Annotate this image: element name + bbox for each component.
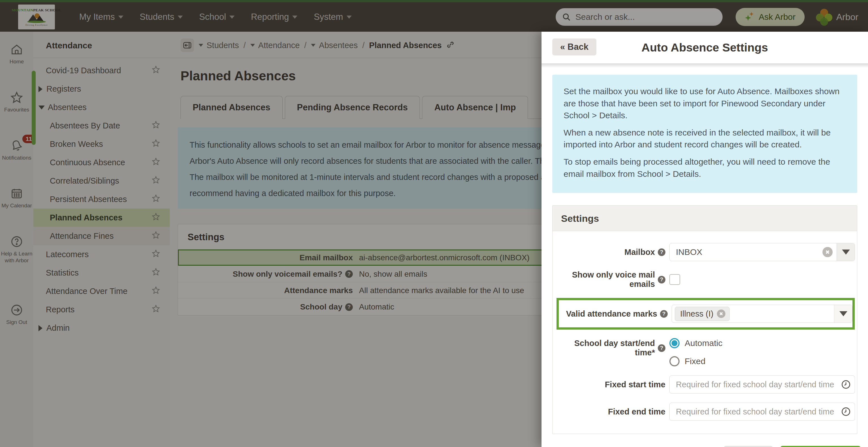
section-title: Settings (553, 206, 857, 231)
panel-info-banner: Set the mailbox you would like to use fo… (552, 75, 857, 193)
voicemail-checkbox[interactable] (670, 274, 680, 285)
info-paragraph: Set the mailbox you would like to use fo… (564, 86, 846, 122)
dropdown-button[interactable] (837, 243, 855, 261)
valid-marks-field-row: Valid attendance marks Illness (I) (559, 305, 852, 323)
panel-actions: Cancel Save Changes (541, 446, 861, 447)
mailbox-field-row: Mailbox INBOX (553, 243, 857, 261)
radio-unselected-icon (670, 356, 680, 366)
school-day-radio-group: Automatic Fixed (670, 338, 722, 366)
info-paragraph: To stop emails being processed altogethe… (564, 156, 846, 180)
radio-automatic[interactable]: Automatic (670, 338, 722, 348)
fixed-start-time-row: Fixed start time (553, 376, 857, 393)
panel-title: Auto Absence Settings (641, 41, 768, 54)
chevron-down-icon (842, 250, 850, 255)
fixed-start-time-input[interactable] (670, 376, 855, 393)
mailbox-select[interactable]: INBOX (670, 243, 855, 261)
clear-icon[interactable] (823, 247, 833, 257)
fixed-end-time-input[interactable] (670, 403, 855, 421)
help-icon[interactable] (658, 276, 665, 284)
chevron-down-icon (839, 311, 847, 316)
back-button[interactable]: « Back (552, 38, 596, 56)
clock-icon[interactable] (841, 407, 851, 418)
auto-absence-settings-panel: « Back Auto Absence Settings Set the mai… (541, 32, 868, 447)
radio-fixed[interactable]: Fixed (670, 356, 722, 366)
fixed-start-time-field (670, 376, 855, 393)
cancel-button[interactable]: Cancel (724, 446, 773, 447)
valid-marks-multiselect[interactable]: Illness (I) (672, 305, 852, 323)
selected-mark-tag[interactable]: Illness (I) (675, 307, 730, 321)
info-paragraph: When a new absence note is received in t… (564, 127, 846, 151)
panel-header: « Back Auto Absence Settings (541, 32, 868, 63)
valid-marks-highlight: Valid attendance marks Illness (I) (557, 298, 855, 329)
help-icon[interactable] (660, 310, 668, 318)
school-day-field-row: School day start/end time* Automatic Fix… (553, 338, 857, 366)
help-icon[interactable] (658, 344, 665, 352)
fixed-end-time-field (670, 403, 855, 421)
save-changes-button[interactable]: Save Changes (780, 446, 861, 447)
fixed-end-time-row: Fixed end time (553, 403, 857, 421)
settings-section: Settings Mailbox INBOX Show only voice m… (552, 205, 857, 434)
clock-icon[interactable] (841, 379, 851, 391)
dropdown-button[interactable] (834, 305, 852, 322)
screen: MOUNTAINPEAK SCHOOL Driving Excellence M… (0, 0, 868, 447)
help-icon[interactable] (658, 248, 665, 256)
remove-tag-icon[interactable] (717, 310, 725, 318)
voicemail-field-row: Show only voice mail emails (553, 270, 857, 289)
radio-selected-icon (670, 338, 680, 348)
